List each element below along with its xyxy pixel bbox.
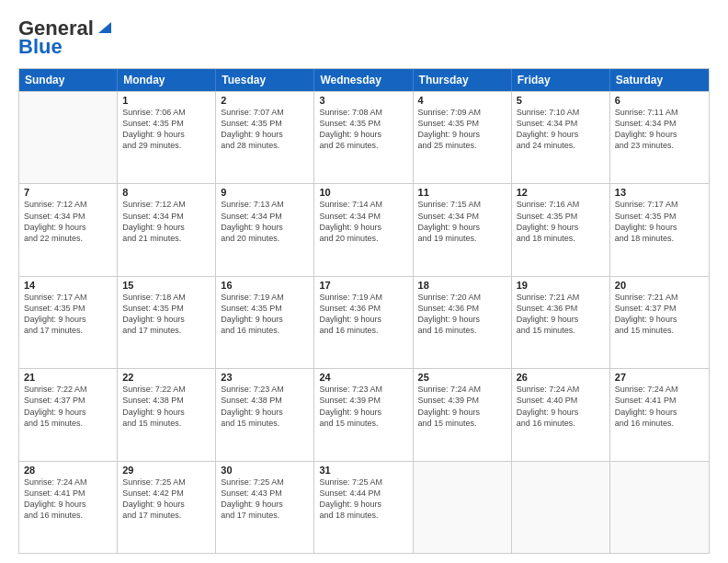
sunset-text: Sunset: 4:34 PM — [319, 211, 407, 222]
sunrise-text: Sunrise: 7:17 AM — [615, 199, 704, 210]
svg-marker-0 — [98, 22, 111, 33]
daylight-text-2: and 15 minutes. — [319, 418, 407, 429]
calendar-week-row: 21Sunrise: 7:22 AMSunset: 4:37 PMDayligh… — [19, 368, 709, 460]
calendar-cell: 12Sunrise: 7:16 AMSunset: 4:35 PMDayligh… — [512, 184, 610, 275]
calendar-cell: 27Sunrise: 7:24 AMSunset: 4:41 PMDayligh… — [610, 369, 709, 460]
calendar-cell — [19, 92, 118, 183]
sunset-text: Sunset: 4:34 PM — [122, 211, 210, 222]
daylight-text-1: Daylight: 9 hours — [122, 314, 210, 325]
day-number: 21 — [24, 372, 112, 383]
calendar-cell: 21Sunrise: 7:22 AMSunset: 4:37 PMDayligh… — [19, 369, 118, 460]
calendar-cell: 6Sunrise: 7:11 AMSunset: 4:34 PMDaylight… — [610, 92, 709, 183]
page: General Blue SundayMondayTuesdayWednesda… — [0, 0, 728, 563]
calendar-header-row: SundayMondayTuesdayWednesdayThursdayFrid… — [19, 69, 709, 91]
calendar-header-cell: Tuesday — [216, 69, 314, 91]
sunrise-text: Sunrise: 7:22 AM — [122, 384, 210, 395]
daylight-text-1: Daylight: 9 hours — [24, 314, 112, 325]
daylight-text-2: and 16 minutes. — [24, 510, 112, 521]
daylight-text-1: Daylight: 9 hours — [122, 499, 210, 510]
daylight-text-2: and 15 minutes. — [221, 418, 309, 429]
daylight-text-2: and 17 minutes. — [221, 510, 309, 521]
calendar-cell: 25Sunrise: 7:24 AMSunset: 4:39 PMDayligh… — [414, 369, 512, 460]
sunrise-text: Sunrise: 7:06 AM — [122, 107, 210, 118]
sunrise-text: Sunrise: 7:17 AM — [24, 292, 112, 303]
sunset-text: Sunset: 4:42 PM — [122, 488, 210, 499]
sunset-text: Sunset: 4:34 PM — [418, 211, 506, 222]
daylight-text-2: and 16 minutes. — [221, 325, 309, 336]
daylight-text-2: and 26 minutes. — [319, 140, 407, 151]
calendar-cell: 7Sunrise: 7:12 AMSunset: 4:34 PMDaylight… — [19, 184, 118, 275]
sunrise-text: Sunrise: 7:23 AM — [221, 384, 309, 395]
daylight-text-1: Daylight: 9 hours — [24, 222, 112, 233]
day-number: 20 — [615, 280, 704, 291]
day-number: 29 — [122, 465, 210, 476]
daylight-text-1: Daylight: 9 hours — [517, 129, 605, 140]
calendar-week-row: 7Sunrise: 7:12 AMSunset: 4:34 PMDaylight… — [19, 183, 709, 275]
sunset-text: Sunset: 4:38 PM — [221, 395, 309, 406]
calendar-week-row: 1Sunrise: 7:06 AMSunset: 4:35 PMDaylight… — [19, 91, 709, 183]
daylight-text-1: Daylight: 9 hours — [221, 314, 309, 325]
calendar-cell — [414, 462, 512, 553]
daylight-text-2: and 15 minutes. — [418, 418, 506, 429]
day-number: 17 — [319, 280, 407, 291]
calendar-cell: 8Sunrise: 7:12 AMSunset: 4:34 PMDaylight… — [118, 184, 216, 275]
day-number: 2 — [221, 95, 309, 106]
logo-blue-text: Blue — [18, 35, 63, 59]
daylight-text-1: Daylight: 9 hours — [319, 314, 407, 325]
day-number: 26 — [517, 372, 605, 383]
sunrise-text: Sunrise: 7:16 AM — [517, 199, 605, 210]
sunrise-text: Sunrise: 7:15 AM — [418, 199, 506, 210]
sunset-text: Sunset: 4:35 PM — [24, 303, 112, 314]
sunrise-text: Sunrise: 7:12 AM — [122, 199, 210, 210]
sunrise-text: Sunrise: 7:12 AM — [24, 199, 112, 210]
daylight-text-2: and 15 minutes. — [615, 325, 704, 336]
calendar-cell: 13Sunrise: 7:17 AMSunset: 4:35 PMDayligh… — [610, 184, 709, 275]
sunset-text: Sunset: 4:40 PM — [517, 395, 605, 406]
sunrise-text: Sunrise: 7:08 AM — [319, 107, 407, 118]
day-number: 27 — [615, 372, 704, 383]
daylight-text-2: and 24 minutes. — [517, 140, 605, 151]
daylight-text-2: and 15 minutes. — [122, 418, 210, 429]
day-number: 6 — [615, 95, 704, 106]
sunrise-text: Sunrise: 7:10 AM — [517, 107, 605, 118]
day-number: 16 — [221, 280, 309, 291]
sunrise-text: Sunrise: 7:24 AM — [418, 384, 506, 395]
sunset-text: Sunset: 4:37 PM — [615, 303, 704, 314]
calendar-cell: 2Sunrise: 7:07 AMSunset: 4:35 PMDaylight… — [216, 92, 314, 183]
daylight-text-1: Daylight: 9 hours — [418, 222, 506, 233]
daylight-text-1: Daylight: 9 hours — [221, 129, 309, 140]
calendar-cell: 29Sunrise: 7:25 AMSunset: 4:42 PMDayligh… — [118, 462, 216, 553]
daylight-text-2: and 16 minutes. — [517, 418, 605, 429]
daylight-text-2: and 16 minutes. — [319, 325, 407, 336]
daylight-text-1: Daylight: 9 hours — [615, 314, 704, 325]
daylight-text-1: Daylight: 9 hours — [122, 222, 210, 233]
calendar-cell: 24Sunrise: 7:23 AMSunset: 4:39 PMDayligh… — [314, 369, 413, 460]
daylight-text-1: Daylight: 9 hours — [24, 499, 112, 510]
daylight-text-2: and 28 minutes. — [221, 140, 309, 151]
daylight-text-2: and 29 minutes. — [122, 140, 210, 151]
sunset-text: Sunset: 4:34 PM — [24, 211, 112, 222]
header: General Blue — [18, 17, 710, 59]
calendar-cell: 15Sunrise: 7:18 AMSunset: 4:35 PMDayligh… — [118, 277, 216, 368]
sunset-text: Sunset: 4:35 PM — [319, 118, 407, 129]
sunrise-text: Sunrise: 7:21 AM — [517, 292, 605, 303]
sunset-text: Sunset: 4:36 PM — [517, 303, 605, 314]
daylight-text-1: Daylight: 9 hours — [418, 407, 506, 418]
day-number: 7 — [24, 187, 112, 198]
daylight-text-2: and 15 minutes. — [24, 418, 112, 429]
sunset-text: Sunset: 4:35 PM — [221, 118, 309, 129]
sunset-text: Sunset: 4:35 PM — [418, 118, 506, 129]
day-number: 11 — [418, 187, 506, 198]
daylight-text-1: Daylight: 9 hours — [615, 129, 704, 140]
sunset-text: Sunset: 4:44 PM — [319, 488, 407, 499]
sunrise-text: Sunrise: 7:13 AM — [221, 199, 309, 210]
daylight-text-1: Daylight: 9 hours — [319, 407, 407, 418]
daylight-text-2: and 16 minutes. — [615, 418, 704, 429]
sunrise-text: Sunrise: 7:19 AM — [319, 292, 407, 303]
day-number: 1 — [122, 95, 210, 106]
daylight-text-1: Daylight: 9 hours — [418, 129, 506, 140]
daylight-text-2: and 22 minutes. — [24, 233, 112, 244]
day-number: 12 — [517, 187, 605, 198]
calendar-cell: 16Sunrise: 7:19 AMSunset: 4:35 PMDayligh… — [216, 277, 314, 368]
sunrise-text: Sunrise: 7:14 AM — [319, 199, 407, 210]
